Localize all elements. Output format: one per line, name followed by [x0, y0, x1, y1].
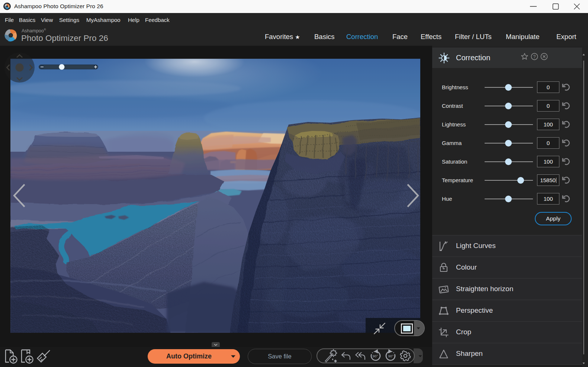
svg-text:90°: 90°	[388, 354, 394, 358]
svg-text:?: ?	[533, 54, 536, 59]
svg-text:90°: 90°	[373, 354, 378, 358]
